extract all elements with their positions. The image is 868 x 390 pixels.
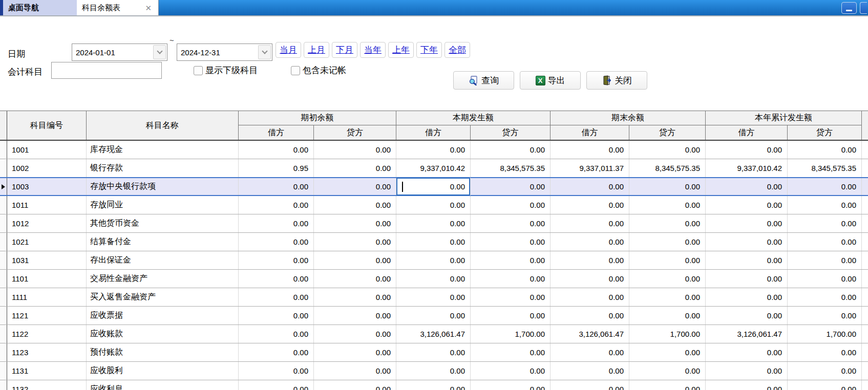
account-code-cell[interactable]: 1121 xyxy=(7,307,87,324)
amount-cell[interactable]: 0.00 xyxy=(706,178,788,196)
amount-cell[interactable]: 0.00 xyxy=(788,270,862,288)
account-code-cell[interactable]: 1122 xyxy=(7,325,87,343)
account-code-cell[interactable]: 1031 xyxy=(7,251,87,269)
amount-cell[interactable]: 0.00 xyxy=(239,288,314,306)
amount-cell[interactable]: 0.00 xyxy=(314,196,396,214)
amount-cell[interactable]: 3,126,061.47 xyxy=(706,325,788,343)
amount-cell[interactable]: 0.00 xyxy=(471,178,551,196)
amount-cell[interactable]: 0.00 xyxy=(706,380,788,390)
amount-cell[interactable]: 0.00 xyxy=(551,307,629,324)
account-name-cell[interactable]: 应收账款 xyxy=(87,325,239,343)
account-name-cell[interactable]: 买入返售金融资产 xyxy=(87,288,239,306)
amount-cell[interactable]: 0.00 xyxy=(551,251,629,269)
date-to-select[interactable]: 2024-12-31 xyxy=(177,44,272,61)
amount-cell[interactable]: 0.00 xyxy=(314,288,396,306)
amount-cell[interactable]: 8,345,575.35 xyxy=(788,159,862,177)
account-name-cell[interactable]: 其他货币资金 xyxy=(87,214,239,232)
amount-cell[interactable]: 0.00 xyxy=(396,288,471,306)
amount-cell[interactable]: 9,337,010.42 xyxy=(706,159,788,177)
amount-cell[interactable]: 0.00 xyxy=(788,380,862,390)
amount-cell[interactable]: 0.00 xyxy=(551,214,629,232)
account-name-cell[interactable]: 结算备付金 xyxy=(87,233,239,251)
amount-cell[interactable]: 8,345,575.35 xyxy=(471,159,551,177)
include-unposted-option[interactable]: 包含未记帐 xyxy=(291,64,346,76)
amount-cell[interactable]: 0.00 xyxy=(551,141,629,159)
amount-cell[interactable]: 0.00 xyxy=(629,307,706,324)
range-current-month-button[interactable]: 当月 xyxy=(276,42,301,58)
tab-close-icon[interactable]: ✕ xyxy=(143,4,153,12)
amount-cell[interactable]: 0.00 xyxy=(471,251,551,269)
range-next-year-button[interactable]: 下年 xyxy=(416,42,442,58)
amount-cell[interactable]: 0.00 xyxy=(629,270,706,288)
account-code-cell[interactable]: 1111 xyxy=(7,288,87,306)
amount-cell[interactable]: 0.00 xyxy=(629,178,706,196)
amount-cell[interactable]: 0.00 xyxy=(629,233,706,251)
amount-cell[interactable]: 0.00 xyxy=(706,362,788,380)
include-unposted-checkbox[interactable] xyxy=(291,66,300,75)
range-prev-year-button[interactable]: 上年 xyxy=(388,42,414,58)
amount-cell[interactable]: 0.00 xyxy=(788,196,862,214)
amount-cell[interactable]: 0.00 xyxy=(788,214,862,232)
date-to-dropdown-button[interactable] xyxy=(258,45,271,59)
amount-cell[interactable]: 0.00 xyxy=(629,362,706,380)
amount-cell[interactable]: 0.00 xyxy=(239,307,314,324)
table-row[interactable]: 1002银行存款0.950.009,337,010.428,345,575.35… xyxy=(0,159,868,178)
amount-cell[interactable]: 0.00 xyxy=(396,270,471,288)
query-button[interactable]: 查询 xyxy=(453,71,514,90)
amount-cell[interactable]: 0.00 xyxy=(788,362,862,380)
amount-cell[interactable]: 0.00 xyxy=(629,214,706,232)
amount-cell[interactable]: 0.00 xyxy=(788,178,862,196)
account-name-cell[interactable]: 库存现金 xyxy=(87,141,239,159)
amount-cell[interactable]: 0.00 xyxy=(788,233,862,251)
amount-cell[interactable]: 0.00 xyxy=(314,307,396,324)
account-code-cell[interactable]: 1012 xyxy=(7,214,87,232)
account-name-cell[interactable]: 应收股利 xyxy=(87,362,239,380)
amount-cell[interactable]: 0.00 xyxy=(629,251,706,269)
amount-cell[interactable]: 0.00 xyxy=(471,380,551,390)
table-row[interactable]: 1111买入返售金融资产0.000.000.000.000.000.000.00… xyxy=(0,288,868,307)
amount-cell[interactable]: 0.00 xyxy=(396,380,471,390)
account-code-cell[interactable]: 1101 xyxy=(7,270,87,288)
account-name-cell[interactable]: 存出保证金 xyxy=(87,251,239,269)
account-code-cell[interactable]: 1131 xyxy=(7,362,87,380)
account-code-cell[interactable]: 1002 xyxy=(7,159,87,177)
table-row[interactable]: 1003存放中央银行款项0.000.000.000.000.000.000.00… xyxy=(0,178,868,196)
amount-cell[interactable]: 0.00 xyxy=(314,380,396,390)
amount-cell[interactable]: 1,700.00 xyxy=(629,325,706,343)
range-prev-month-button[interactable]: 上月 xyxy=(304,42,329,58)
amount-cell[interactable]: 0.00 xyxy=(314,178,396,196)
amount-cell[interactable]: 0.00 xyxy=(788,251,862,269)
account-name-cell[interactable]: 预付账款 xyxy=(87,343,239,361)
amount-cell-editing[interactable]: 0.00 xyxy=(396,178,471,196)
amount-cell[interactable]: 0.00 xyxy=(314,362,396,380)
account-code-cell[interactable]: 1021 xyxy=(7,233,87,251)
amount-cell[interactable]: 0.00 xyxy=(314,159,396,177)
table-row[interactable]: 1132应收利息0.000.000.000.000.000.000.000.00 xyxy=(0,380,868,390)
amount-cell[interactable]: 0.00 xyxy=(788,307,862,324)
date-from-dropdown-button[interactable] xyxy=(153,45,166,59)
amount-cell[interactable]: 9,337,011.37 xyxy=(551,159,629,177)
amount-cell[interactable]: 0.00 xyxy=(396,141,471,159)
tab-balance-sheet[interactable]: 科目余额表 ✕ xyxy=(77,0,159,15)
amount-cell[interactable]: 0.00 xyxy=(629,196,706,214)
amount-cell[interactable]: 0.00 xyxy=(471,214,551,232)
amount-cell[interactable]: 0.00 xyxy=(788,343,862,361)
amount-cell[interactable]: 0.00 xyxy=(629,343,706,361)
amount-cell[interactable]: 0.00 xyxy=(396,362,471,380)
amount-cell[interactable]: 0.00 xyxy=(629,141,706,159)
minimize-button[interactable] xyxy=(841,2,857,14)
amount-cell[interactable]: 0.00 xyxy=(706,288,788,306)
amount-cell[interactable]: 0.00 xyxy=(471,233,551,251)
tab-desktop-nav[interactable]: 桌面导航 xyxy=(0,0,77,15)
amount-cell[interactable]: 0.00 xyxy=(706,141,788,159)
table-row[interactable]: 1122应收账款0.000.003,126,061.471,700.003,12… xyxy=(0,325,868,343)
amount-cell[interactable]: 0.00 xyxy=(396,196,471,214)
amount-cell[interactable]: 0.00 xyxy=(239,380,314,390)
table-row[interactable]: 1011存放同业0.000.000.000.000.000.000.000.00 xyxy=(0,196,868,214)
amount-cell[interactable]: 8,345,575.35 xyxy=(629,159,706,177)
amount-cell[interactable]: 0.00 xyxy=(551,362,629,380)
amount-cell[interactable]: 9,337,010.42 xyxy=(396,159,471,177)
account-name-cell[interactable]: 应收票据 xyxy=(87,307,239,324)
amount-cell[interactable]: 0.00 xyxy=(551,178,629,196)
amount-cell[interactable]: 0.00 xyxy=(314,141,396,159)
